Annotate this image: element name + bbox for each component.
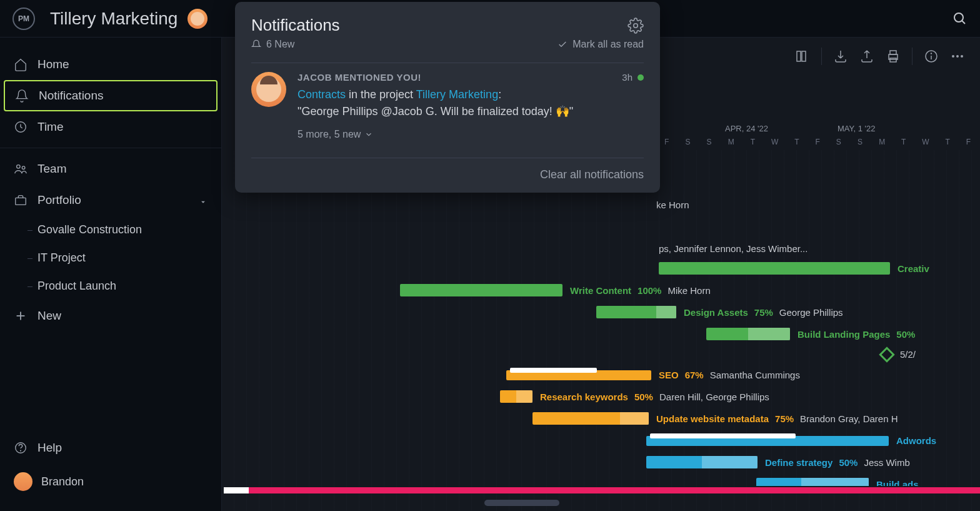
gantt-row: SEO 67% Samantha Cummings <box>222 364 980 385</box>
clear-all-button[interactable]: Clear all notifications <box>251 158 644 181</box>
import-icon[interactable] <box>833 49 848 64</box>
gantt-text: ps, Jennifer Lennon, Jess Wimber... <box>659 243 808 254</box>
gantt-text: ke Horn <box>656 200 689 210</box>
sidebar-label: New <box>38 309 61 323</box>
gantt-bar[interactable] <box>706 328 790 340</box>
overall-progress-fill <box>224 487 249 493</box>
print-icon[interactable] <box>886 49 901 64</box>
gantt-chart[interactable]: ke Hornps, Jennifer Lennon, Jess Wimber.… <box>222 163 980 486</box>
gantt-bar[interactable] <box>646 456 758 468</box>
notifications-panel: Notifications 6 New Mark all as read JAC… <box>235 2 660 193</box>
gantt-row: Define strategy 50% Jess Wimb <box>222 452 980 473</box>
sidebar-item-portfolio[interactable]: Portfolio <box>0 185 221 216</box>
notification-count: 6 New <box>251 39 294 50</box>
plus-icon <box>14 309 28 323</box>
timeline-days: F S S M T W T F S S M T W T F S S <box>664 138 980 146</box>
gantt-summary-label: SEO 67% Samantha Cummings <box>659 368 800 381</box>
svg-rect-14 <box>890 58 896 62</box>
team-icon <box>14 162 28 176</box>
gantt-bar[interactable] <box>500 390 532 403</box>
gantt-bar-label: Define strategy 50% Jess Wimb <box>765 456 910 468</box>
chevron-down-icon <box>364 130 373 139</box>
svg-rect-5 <box>16 198 26 205</box>
notification-heading: JACOB MENTIONED YOU! <box>298 72 421 83</box>
sidebar-item-notifications[interactable]: Notifications <box>4 80 218 111</box>
project-avatar[interactable] <box>188 9 208 29</box>
gantt-row: Build Landing Pages 50% <box>222 323 980 345</box>
info-icon[interactable] <box>924 49 939 64</box>
gantt-row: Research keywords 50% Daren Hill, George… <box>222 386 980 407</box>
sidebar-label: Team <box>38 162 66 176</box>
home-icon <box>14 58 28 71</box>
toolbar <box>780 38 980 75</box>
check-icon <box>558 39 568 49</box>
gantt-bar[interactable] <box>532 412 649 425</box>
sidebar-user[interactable]: Brandon <box>0 463 221 500</box>
briefcase-icon <box>14 193 28 207</box>
sidebar-label: Time <box>38 120 64 134</box>
svg-point-21 <box>634 23 638 28</box>
unread-dot-icon <box>638 74 644 81</box>
bell-small-icon <box>251 39 261 49</box>
gantt-row: Update website metadata 75% Brandon Gray… <box>222 408 980 429</box>
gantt-bar-label: Design Assets 75% George Phillips <box>684 306 843 318</box>
sidebar-item-new[interactable]: New <box>0 300 221 331</box>
bell-icon <box>15 89 29 103</box>
gantt-row: Adwords <box>222 430 980 451</box>
sidebar-label: Help <box>38 441 62 455</box>
search-icon[interactable] <box>952 11 968 26</box>
sidebar-item-help[interactable]: Help <box>0 432 221 463</box>
gantt-row: Creativ <box>222 258 980 279</box>
gantt-row: ps, Jennifer Lennon, Jess Wimber... <box>222 239 980 260</box>
horizontal-scrollbar[interactable] <box>484 500 559 506</box>
mark-all-read-button[interactable]: Mark all as read <box>558 39 644 50</box>
svg-point-19 <box>956 55 959 58</box>
svg-rect-13 <box>890 51 896 54</box>
more-icon[interactable] <box>950 49 965 64</box>
sidebar-item-time[interactable]: Time <box>0 111 221 143</box>
columns-icon[interactable] <box>795 49 810 64</box>
svg-point-18 <box>952 55 954 58</box>
svg-rect-10 <box>797 51 801 61</box>
chevron-down-icon <box>199 196 208 205</box>
help-icon <box>14 441 28 455</box>
portfolio-sub-item[interactable]: Govalle Construction <box>0 216 221 244</box>
milestone-icon[interactable] <box>879 347 894 362</box>
sidebar: Home Notifications Time Team Portfolio G… <box>0 38 222 511</box>
svg-point-9 <box>21 450 21 451</box>
clock-icon <box>14 120 28 134</box>
portfolio-sub-item[interactable]: Product Launch <box>0 272 221 300</box>
gantt-bar[interactable] <box>400 284 562 296</box>
svg-point-20 <box>961 55 963 58</box>
gantt-row: Write Content 100% Mike Horn <box>222 280 980 301</box>
sidebar-item-team[interactable]: Team <box>0 153 221 185</box>
gantt-bar[interactable] <box>659 262 890 275</box>
notification-link[interactable]: Tillery Marketing <box>416 88 498 101</box>
svg-point-4 <box>22 166 25 169</box>
gantt-bar-label: Build Landing Pages 50% <box>798 328 921 340</box>
portfolio-sub-item[interactable]: IT Project <box>0 244 221 272</box>
svg-line-1 <box>962 21 965 24</box>
month-label: APR, 24 '22 <box>725 124 768 133</box>
gantt-bar-label: Write Content 100% Mike Horn <box>570 284 711 296</box>
sidebar-label: Notifications <box>39 89 104 103</box>
pm-logo[interactable]: PM <box>12 8 35 30</box>
gantt-bar[interactable] <box>596 306 676 318</box>
gantt-bar-label: Update website metadata 75% Brandon Gray… <box>656 412 898 425</box>
sidebar-item-home[interactable]: Home <box>0 49 221 80</box>
notification-avatar <box>251 72 286 107</box>
sidebar-label: Home <box>38 58 69 71</box>
gantt-row: Build ads <box>222 473 980 486</box>
export-icon[interactable] <box>859 49 874 64</box>
notification-item[interactable]: JACOB MENTIONED YOU! 3h Contracts in the… <box>251 63 644 149</box>
notification-link[interactable]: Contracts <box>298 88 346 101</box>
notification-message: Contracts in the project Tillery Marketi… <box>298 86 644 120</box>
gantt-bar[interactable] <box>756 478 869 486</box>
svg-point-17 <box>931 53 932 54</box>
gantt-row: ke Horn <box>222 195 980 216</box>
gantt-row: Design Assets 75% George Phillips <box>222 301 980 323</box>
gantt-summary-label: Adwords <box>896 434 936 447</box>
gear-icon[interactable] <box>628 18 644 34</box>
svg-point-3 <box>17 165 20 169</box>
notification-expand[interactable]: 5 more, 5 new <box>298 129 644 140</box>
